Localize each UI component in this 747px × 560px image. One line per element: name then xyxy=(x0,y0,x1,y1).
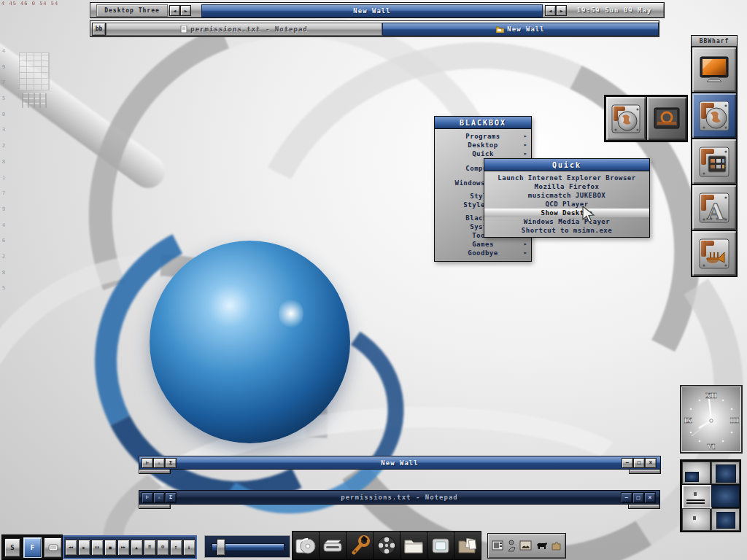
task-item-new-wall[interactable]: New Wall xyxy=(382,23,659,36)
forward-button[interactable]: ▶▶ xyxy=(117,540,130,556)
minimize-button[interactable]: − xyxy=(622,458,633,468)
pager-cell-4[interactable] xyxy=(711,485,740,508)
arrow-right-icon: ▶ xyxy=(185,9,187,13)
floating-dock xyxy=(604,95,688,142)
puzzle-icon[interactable] xyxy=(551,540,562,551)
workspace-next-button[interactable]: ▶ xyxy=(180,5,191,16)
mouse-cursor xyxy=(581,206,599,225)
rewind-button[interactable]: ◀◀ xyxy=(65,540,77,556)
menu-item-quick[interactable]: Quick▸ xyxy=(435,149,531,158)
workspace-prev-button[interactable]: ◀ xyxy=(169,5,180,16)
launcher-item-video[interactable] xyxy=(373,531,400,560)
launcher-item-box[interactable] xyxy=(427,531,454,560)
photo-icon[interactable] xyxy=(519,540,532,552)
pager-cell-2[interactable] xyxy=(711,462,740,484)
s-button[interactable]: S xyxy=(4,538,20,557)
menu-item-programs[interactable]: Programs▸ xyxy=(435,132,531,141)
maximize-button[interactable]: □ xyxy=(632,492,644,503)
task-label: permissions.txt - Notepad xyxy=(190,26,307,33)
menu-item-games[interactable]: Games▸ xyxy=(435,240,531,249)
menu-item-goodbye[interactable]: Goodbye▸ xyxy=(435,249,531,257)
zip-button[interactable]: Σ xyxy=(165,492,177,503)
menu-item-mozilla-firefox[interactable]: Mozilla Firefox xyxy=(484,182,649,191)
pager-cell-1[interactable] xyxy=(682,462,711,484)
wallpaper-corner-grid xyxy=(19,52,50,90)
window-prev-button[interactable]: ◀ xyxy=(545,5,556,16)
clock-text: 19:59 Sun 09 May xyxy=(577,7,652,14)
volume-slider-panel xyxy=(204,535,290,558)
dock-item-globe[interactable] xyxy=(605,96,646,141)
forward-icon: ▶▶ xyxy=(121,545,125,549)
pause-button[interactable]: ▮▮ xyxy=(91,540,104,556)
task-item-notepad[interactable]: permissions.txt - Notepad xyxy=(106,23,382,36)
volume-up-button[interactable]: ↑ xyxy=(170,540,182,556)
rewind-icon: ◀◀ xyxy=(69,545,73,549)
dog-icon[interactable] xyxy=(535,540,548,551)
close-icon: × xyxy=(649,495,652,501)
pager-window xyxy=(685,472,699,482)
volume-down-button[interactable]: ↓ xyxy=(183,540,196,556)
stop-icon: ■ xyxy=(109,545,112,550)
launcher-item-cd[interactable] xyxy=(292,531,320,560)
launcher-item-documents[interactable] xyxy=(454,531,481,560)
pager-cell-active[interactable] xyxy=(682,485,712,509)
f-button[interactable]: F xyxy=(23,537,42,558)
folder-image-icon xyxy=(496,26,504,33)
pager-cell-5[interactable] xyxy=(682,508,711,531)
box-icon xyxy=(430,534,452,556)
stop-button[interactable]: ■ xyxy=(104,540,117,556)
quick-menu-title: Quick xyxy=(484,159,649,171)
wharf-item-media[interactable] xyxy=(692,230,737,276)
slide-icon[interactable] xyxy=(492,540,504,552)
record-button[interactable]: ⊙ xyxy=(157,540,169,556)
dock-item-monitor[interactable] xyxy=(646,96,687,141)
menu-item-msimn[interactable]: Shortcut to msimn.exe xyxy=(484,226,649,235)
shade-button[interactable]: ▵ xyxy=(153,458,165,468)
pager-window-bar xyxy=(686,499,705,501)
submenu-arrow-icon: ▸ xyxy=(524,150,527,157)
drive-icon xyxy=(322,534,344,556)
shaded-window-new-wall[interactable]: ⊢ ▵ Σ New Wall − □ × xyxy=(139,456,661,470)
menu-item-desktop[interactable]: Desktop▸ xyxy=(435,141,531,149)
workspace-label[interactable]: Desktop Three xyxy=(96,4,168,17)
sticky-button[interactable]: ⊢ xyxy=(142,458,153,468)
launcher-item-folder[interactable] xyxy=(400,531,427,560)
play-button[interactable]: ▶ xyxy=(78,540,90,556)
playlist-button[interactable]: ≡ xyxy=(144,540,156,556)
close-button[interactable]: × xyxy=(644,492,656,503)
close-button[interactable]: × xyxy=(645,458,657,468)
launcher-item-tools[interactable] xyxy=(346,531,374,560)
launcher-item-drive[interactable] xyxy=(319,531,347,560)
figure-icon[interactable] xyxy=(507,540,516,552)
menu-item-musicmatch[interactable]: musicmatch JUKEBOX xyxy=(484,191,649,200)
workspace-name: Desktop Three xyxy=(104,7,160,14)
screen-button[interactable] xyxy=(44,537,62,558)
wharf-item-fonts[interactable]: A xyxy=(692,184,737,230)
window-next-button[interactable]: ▶ xyxy=(556,5,567,16)
clock-numeral-12: XII xyxy=(705,392,716,400)
menu-item-launch-ie[interactable]: Launch Internet Explorer Browser xyxy=(484,174,649,182)
shade-button[interactable]: ▵ xyxy=(153,492,165,503)
pager-window-mark xyxy=(694,492,697,496)
sticky-button[interactable]: ⊢ xyxy=(142,492,153,503)
zip-button[interactable]: Σ xyxy=(165,458,177,468)
bb-menu-button[interactable]: bb xyxy=(92,23,106,36)
maximize-icon: □ xyxy=(637,495,640,501)
pager-widget xyxy=(680,459,741,532)
wharf-item-display[interactable] xyxy=(692,47,737,93)
pager-cell-6[interactable] xyxy=(711,508,740,531)
shaded-window-notepad[interactable]: ⊢ ▵ Σ permissions.txt - Notepad − □ × xyxy=(139,490,660,505)
eject-button[interactable]: ▲ xyxy=(131,540,143,556)
volume-slider-handle[interactable] xyxy=(217,539,225,556)
maximize-button[interactable]: □ xyxy=(633,458,645,468)
menu-item-qcd-player[interactable]: QCD Player xyxy=(484,200,649,209)
submenu-arrow-icon: ▸ xyxy=(524,141,527,148)
wallpaper-side-digits: 4 9 7 5 8 3 2 8 1 7 9 4 6 2 8 5 xyxy=(2,44,5,297)
wharf-item-apps[interactable] xyxy=(692,139,737,184)
wharf-item-internet[interactable] xyxy=(692,93,737,139)
minimize-button[interactable]: − xyxy=(621,492,632,503)
menu-item-wmp[interactable]: Windows Media Player xyxy=(484,217,649,226)
arrow-left-icon: ◀ xyxy=(549,9,552,13)
svg-text:A: A xyxy=(706,199,724,225)
menu-item-show-desktop[interactable]: Show Desktop xyxy=(484,209,649,217)
